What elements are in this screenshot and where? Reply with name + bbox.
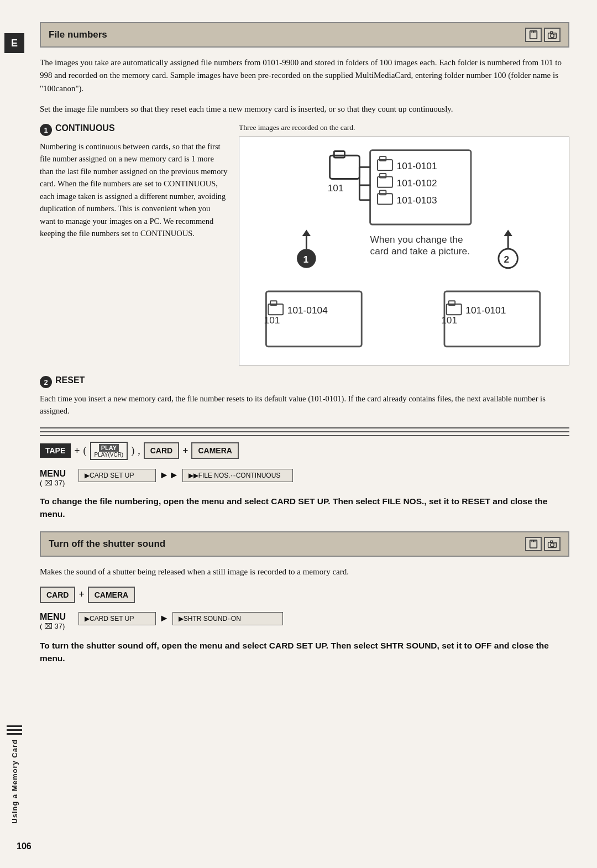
svg-marker-31 — [302, 230, 311, 237]
svg-text:card and take a picture.: card and take a picture. — [370, 245, 470, 257]
reset-title-row: 2 RESET — [40, 375, 569, 388]
svg-text:101-0101: 101-0101 — [397, 160, 437, 171]
svg-rect-48 — [533, 540, 534, 542]
menu-screen-1a: ▶CARD SET UP — [78, 469, 156, 482]
camera-button-2[interactable]: CAMERA — [88, 587, 135, 603]
menu-screen-2b: ▶SHTR SOUND··ON — [172, 612, 283, 625]
svg-rect-1 — [531, 31, 532, 33]
menu-screens-2: ▶CARD SET UP ► ▶SHTR SOUND··ON — [78, 612, 283, 625]
continuous-title-row: 1 CONTINUOUS — [40, 123, 228, 136]
svg-point-51 — [551, 543, 554, 547]
svg-text:101: 101 — [328, 182, 344, 194]
left-sidebar: E Using a Memory Card — [0, 0, 29, 868]
button-row-2: CARD + CAMERA — [40, 587, 569, 603]
svg-point-7 — [554, 34, 556, 35]
divider-1 — [40, 427, 569, 428]
svg-rect-41 — [444, 291, 540, 347]
svg-text:101-0101: 101-0101 — [465, 305, 506, 316]
menu-arrow-1: ►► — [156, 469, 182, 481]
divider-2 — [40, 431, 569, 432]
intro-para-2: Set the image file numbers so that they … — [40, 103, 569, 116]
paren-open: ( — [83, 445, 87, 457]
continuous-body: Numbering is continuous between cards, s… — [40, 140, 228, 240]
file-numbers-title: File numbers — [49, 29, 107, 40]
side-line-3 — [7, 733, 22, 735]
svg-point-53 — [554, 543, 556, 545]
plus-3: + — [78, 589, 84, 600]
side-line-2 — [7, 729, 22, 731]
svg-text:101: 101 — [264, 315, 280, 326]
svg-rect-8 — [330, 155, 360, 179]
page: E Using a Memory Card File numbers — [0, 0, 597, 868]
svg-text:101-0104: 101-0104 — [287, 305, 328, 316]
play-bottom-label: PLAY(VCR) — [95, 452, 124, 458]
plus-2: + — [182, 445, 188, 457]
menu-text-2: MENU — [40, 612, 66, 622]
menu-ref-2: ( ⌧ 37) — [40, 622, 65, 630]
memory-card-icon-2 — [525, 537, 542, 551]
divider-3 — [40, 435, 569, 436]
menu-arrow-2: ► — [156, 613, 172, 624]
svg-rect-6 — [551, 32, 553, 33]
svg-rect-9 — [334, 151, 344, 158]
card-button-1[interactable]: CARD — [144, 442, 179, 459]
svg-text:101-0102: 101-0102 — [397, 177, 437, 189]
diagram-container: 101 101-0101 101-0102 — [239, 137, 569, 365]
main-content: File numbers — [29, 0, 597, 868]
bold-instruction-1: To change the file numbering, open the m… — [40, 495, 569, 521]
continuous-right: Three images are recorded on the card. 1… — [239, 123, 569, 365]
side-text-container: Using a Memory Card — [0, 725, 29, 824]
e-label: E — [4, 33, 24, 53]
reset-section: 2 RESET Each time you insert a new memor… — [40, 375, 569, 417]
continuous-title: CONTINUOUS — [55, 123, 115, 133]
side-lines — [7, 725, 22, 735]
camera-icon — [544, 28, 561, 42]
side-line-1 — [7, 725, 22, 727]
header-icons-2 — [525, 537, 561, 551]
svg-rect-47 — [531, 540, 532, 542]
svg-text:When you change the: When you change the — [370, 234, 463, 245]
svg-text:101-0103: 101-0103 — [397, 195, 437, 206]
camera-button-1[interactable]: CAMERA — [191, 442, 238, 459]
menu-text-1: MENU — [40, 469, 66, 479]
memory-card-icon — [525, 28, 542, 42]
sidebar-label: Using a Memory Card — [11, 739, 19, 824]
play-top-label: PLAY — [99, 444, 119, 452]
file-numbers-header: File numbers — [40, 22, 569, 48]
tape-button[interactable]: TAPE — [40, 443, 71, 458]
play-button-group[interactable]: PLAY PLAY(VCR) — [90, 442, 128, 460]
card-button-2[interactable]: CARD — [40, 587, 75, 603]
file-numbering-diagram: 101 101-0101 101-0102 — [245, 145, 563, 357]
svg-text:2: 2 — [504, 254, 509, 265]
svg-marker-35 — [504, 230, 512, 237]
divider-lines — [40, 427, 569, 436]
header-icons — [525, 28, 561, 42]
svg-rect-49 — [535, 540, 536, 542]
svg-rect-18 — [378, 194, 392, 204]
reset-title: RESET — [55, 375, 85, 385]
svg-rect-36 — [266, 291, 362, 347]
intro-para-1: The images you take are automatically as… — [40, 56, 569, 95]
svg-rect-3 — [535, 31, 536, 33]
reset-number: 2 — [40, 376, 52, 388]
continuous-left: 1 CONTINUOUS Numbering is continuous bet… — [40, 123, 228, 365]
diagram-caption: Three images are recorded on the card. — [239, 123, 569, 132]
menu-label-1: MENU ( ⌧ 37) — [40, 469, 73, 487]
menu-ref-1: ( ⌧ 37) — [40, 479, 65, 487]
svg-text:101: 101 — [441, 315, 457, 326]
bold-instruction-2: To turn the shutter sound off, open the … — [40, 639, 569, 665]
page-number: 106 — [17, 841, 32, 851]
continuous-number: 1 — [40, 124, 52, 136]
menu-screens-1: ▶CARD SET UP ►► ▶▶FILE NOS.···CONTINUOUS — [78, 469, 293, 482]
menu-row-2: MENU ( ⌧ 37) ▶CARD SET UP ► ▶SHTR SOUND·… — [40, 612, 569, 630]
button-row-1: TAPE + ( PLAY PLAY(VCR) ) , CARD + CAMER… — [40, 442, 569, 460]
svg-rect-15 — [378, 177, 392, 187]
menu-label-2: MENU ( ⌧ 37) — [40, 612, 73, 630]
svg-rect-52 — [551, 541, 553, 543]
shutter-sound-body: Makes the sound of a shutter being relea… — [40, 566, 569, 578]
svg-rect-2 — [533, 31, 534, 33]
camera-icon-2 — [544, 537, 561, 551]
svg-point-5 — [551, 34, 554, 38]
comma: , — [138, 445, 140, 457]
menu-row-1: MENU ( ⌧ 37) ▶CARD SET UP ►► ▶▶FILE NOS.… — [40, 469, 569, 487]
